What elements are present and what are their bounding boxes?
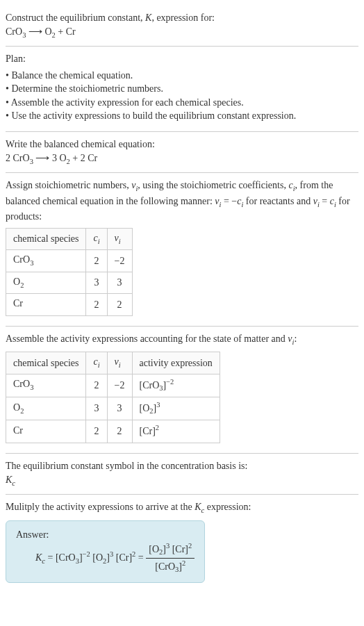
th-c: ci: [86, 352, 107, 374]
cell-species: O2: [6, 272, 86, 293]
act-base: [Cr: [140, 426, 153, 436]
stoich-d: for reactants and: [243, 196, 313, 206]
sp-a: Cr: [13, 298, 23, 308]
plan-section: Plan: Balance the chemical equation. Det…: [6, 47, 358, 131]
plan-item: Determine the stoichiometric numbers.: [6, 82, 358, 96]
ans-t2: [O: [92, 552, 103, 563]
sp-a: O: [13, 402, 20, 413]
plan-item: Use the activity expressions to build th…: [6, 109, 358, 123]
intro-text-after: , expression for:: [151, 13, 215, 23]
cell-species: CrO3: [6, 374, 86, 397]
rel1-eq: = −: [221, 196, 237, 206]
ans-K: K: [35, 552, 42, 563]
table-row: Cr 2 2: [6, 294, 133, 315]
table-row: O2 3 3 [O2]3: [6, 397, 220, 420]
th-nu-sub: i: [119, 361, 121, 369]
ans-denominator: [CrO3]2: [146, 559, 195, 575]
rel2-eq: =: [320, 196, 330, 206]
bal-arrow: ⟶: [33, 153, 52, 163]
stoich-a: Assign stoichiometric numbers,: [6, 180, 131, 190]
ans-numerator: [O2]3 [Cr]2: [146, 541, 195, 559]
table-row: CrO3 2 −2 [CrO3]−2: [6, 374, 220, 397]
sp-sub: 2: [20, 281, 24, 288]
ans-eq2: =: [135, 552, 146, 563]
table-row: O2 3 3: [6, 272, 133, 293]
intro-K: K: [145, 13, 151, 23]
ans-t3: [Cr]: [116, 552, 132, 563]
multiply-section: Mulitply the activity expressions to arr…: [6, 495, 358, 588]
cell-nu: 2: [107, 294, 132, 315]
ksymbol-section: The equilibrium constant symbol in the c…: [6, 454, 358, 494]
cell-activity: [O2]3: [132, 397, 220, 420]
balanced-section: Write the balanced chemical equation: 2 …: [6, 132, 358, 172]
sp-sub: 3: [30, 259, 33, 267]
act-exp: 3: [156, 401, 160, 409]
sp-sub: 3: [30, 384, 33, 391]
ksymbol-line: The equilibrium constant symbol in the c…: [6, 459, 358, 473]
sp-a: CrO: [13, 254, 30, 265]
th-activity: activity expression: [132, 352, 220, 374]
cell-activity: [Cr]2: [132, 420, 220, 443]
bal-c1: 2 CrO: [6, 153, 30, 163]
kc-sub: c: [12, 479, 15, 486]
table-row: Cr 2 2 [Cr]2: [6, 420, 220, 443]
kc-K: K: [6, 475, 12, 485]
th-nu: νi: [107, 352, 132, 374]
act-base: [CrO: [140, 379, 160, 390]
th-nu-sub: i: [119, 237, 121, 245]
eq-rhs-a: O: [44, 26, 51, 37]
sp-a: CrO: [13, 379, 30, 389]
multiply-text: Mulitply the activity expressions to arr…: [6, 500, 358, 516]
act-exp: 2: [156, 424, 159, 431]
cell-activity: [CrO3]−2: [132, 374, 220, 397]
intro-equation: CrO3 ⟶ O2 + Cr: [6, 25, 358, 40]
sp-a: Cr: [13, 425, 23, 436]
cell-c: 3: [86, 397, 107, 420]
act-base: [O: [140, 402, 150, 413]
intro-line: Construct the equilibrium constant, K, e…: [6, 11, 358, 25]
th-nu: νi: [107, 228, 132, 249]
cell-species: Cr: [6, 294, 86, 315]
th-c-sub: i: [98, 361, 100, 369]
answer-label: Answer:: [16, 528, 195, 542]
activity-table: chemical species ci νi activity expressi…: [6, 352, 220, 443]
balanced-title: Write the balanced chemical equation:: [6, 138, 358, 151]
th-c: ci: [86, 228, 107, 249]
mult-K: K: [195, 502, 201, 512]
ans-eq: =: [45, 552, 56, 563]
stoich-text: Assign stoichiometric numbers, νi, using…: [6, 179, 358, 224]
cell-c: 2: [86, 250, 107, 272]
assemble-a: Assemble the activity expressions accoun…: [6, 333, 288, 344]
table-header-row: chemical species ci νi activity expressi…: [6, 352, 220, 374]
table-row: CrO3 2 −2: [6, 250, 133, 272]
stoich-section: Assign stoichiometric numbers, νi, using…: [6, 173, 358, 326]
cell-nu: 3: [107, 397, 132, 420]
eq-lhs: CrO: [6, 26, 22, 37]
bal-c2: 3 O: [52, 153, 67, 163]
cell-nu: 2: [107, 420, 132, 443]
plan-list: Balance the chemical equation. Determine…: [6, 69, 358, 123]
eq-arrow: ⟶: [26, 26, 44, 37]
th-c-sub: i: [98, 237, 100, 245]
assemble-section: Assemble the activity expressions accoun…: [6, 327, 358, 453]
sp-a: O: [13, 277, 20, 287]
plan-item: Balance the chemical equation.: [6, 69, 358, 83]
den-a: [CrO: [155, 561, 175, 572]
mult-a: Mulitply the activity expressions to arr…: [6, 502, 195, 512]
mult-b: expression:: [204, 502, 251, 512]
intro-text: Construct the equilibrium constant,: [6, 13, 145, 23]
plan-title: Plan:: [6, 52, 358, 66]
stoich-table: chemical species ci νi CrO3 2 −2 O2 3 3 …: [6, 228, 133, 316]
bal-c3: + 2 Cr: [70, 153, 97, 163]
intro-section: Construct the equilibrium constant, K, e…: [6, 6, 358, 46]
den-a-exp: 2: [182, 559, 185, 567]
cell-species: CrO3: [6, 250, 86, 272]
cell-c: 3: [86, 272, 107, 293]
balanced-equation: 2 CrO3 ⟶ 3 O2 + 2 Cr: [6, 151, 358, 167]
eq-rhs-plus: + Cr: [56, 26, 76, 37]
answer-box: Answer: Kc = [CrO3]−2 [O2]3 [Cr]2 = [O2]…: [6, 520, 205, 584]
sp-sub: 2: [20, 406, 24, 414]
num-b-exp: 2: [188, 542, 192, 550]
cell-species: Cr: [6, 420, 86, 443]
ksymbol-kc: Kc: [6, 473, 358, 488]
